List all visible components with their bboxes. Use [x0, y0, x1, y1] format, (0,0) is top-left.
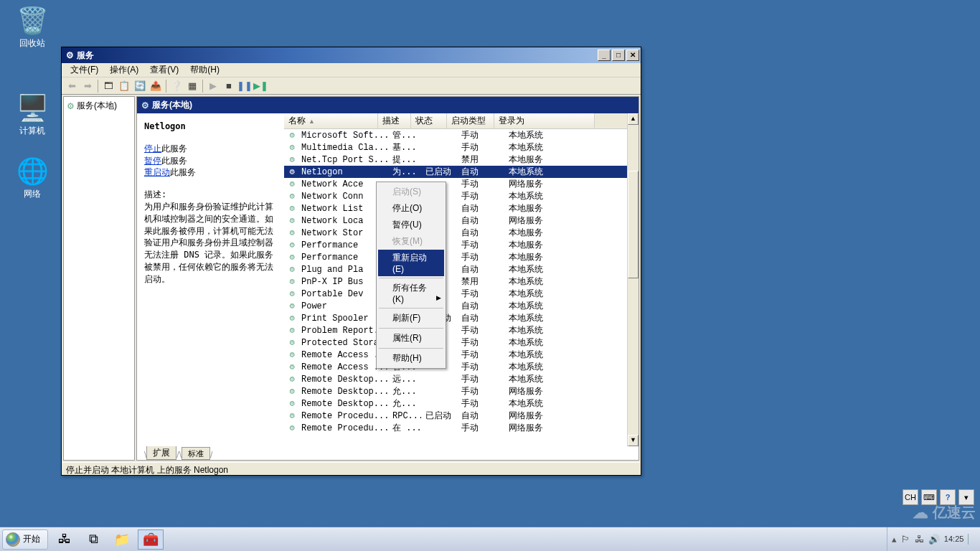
service-row[interactable]: ⚙Remote Desktop...允...手动网络服务	[284, 385, 639, 397]
help-toolbar-button[interactable]: ❔	[169, 79, 184, 93]
service-row[interactable]: ⚙Remote Procedu...在 ...手动网络服务	[284, 422, 639, 434]
restart-service-link[interactable]: 重启动	[144, 167, 170, 177]
cell-name: Problem Report...	[297, 326, 388, 336]
service-row[interactable]: ⚙Network Loca动自动网络服务	[284, 215, 639, 227]
service-row[interactable]: ⚙Net.Tcp Port S...提...禁用本地服务	[284, 154, 639, 166]
col-header-desc[interactable]: 描述	[378, 113, 411, 128]
service-row[interactable]: ⚙Network Conn动手动本地系统	[284, 190, 639, 202]
col-header-status[interactable]: 状态	[411, 113, 447, 128]
service-row[interactable]: ⚙Remote Access ...无...手动本地系统	[284, 349, 639, 361]
stop-service-button[interactable]: ■	[222, 79, 236, 93]
service-row[interactable]: ⚙Power动自动本地系统	[284, 300, 639, 312]
show-desktop-button[interactable]	[968, 534, 976, 545]
close-button[interactable]: ✕	[626, 50, 639, 61]
menu-item-restart[interactable]: 重新启动(E)	[378, 250, 444, 276]
menu-item-properties[interactable]: 属性(R)	[378, 330, 444, 347]
desktop-icon-network[interactable]: 🌐 网络	[7, 156, 57, 200]
tree-root-item[interactable]: ⚙ 服务(本地)	[67, 100, 131, 112]
service-row[interactable]: ⚙Network Acce手动网络服务	[284, 178, 639, 190]
ql-explorer[interactable]: 📁	[109, 529, 135, 550]
cell-logon: 本地服务	[504, 154, 576, 166]
ql-server-manager[interactable]: 🖧	[52, 529, 77, 550]
pause-service-button[interactable]: ❚❚	[237, 79, 252, 93]
service-row[interactable]: ⚙Remote Desktop...远...手动本地系统	[284, 373, 639, 385]
gear-icon: ⚙	[287, 179, 297, 189]
show-hide-tree-button[interactable]: 🗔	[101, 79, 116, 93]
desktop-icon-computer[interactable]: 🖥️ 计算机	[7, 93, 57, 137]
cell-logon: 本地服务	[504, 239, 576, 251]
cell-desc: 在 ...	[388, 422, 421, 434]
tab-extended[interactable]: 扩展	[146, 446, 176, 460]
desktop-icon-recycle[interactable]: 🗑️ 回收站	[7, 6, 57, 50]
service-row[interactable]: ⚙Network Stor动自动本地服务	[284, 227, 639, 239]
services-window: ⚙ 服务 _ □ ✕ 文件(F) 操作(A) 查看(V) 帮助(H) ⬅ ➡ 🗔…	[61, 47, 641, 476]
gear-icon: ⚙	[287, 240, 297, 250]
cell-name: Netlogon	[297, 167, 388, 177]
cell-name: Network Acce	[297, 179, 388, 189]
cell-logon: 本地服务	[504, 202, 576, 215]
titlebar[interactable]: ⚙ 服务 _ □ ✕	[62, 47, 641, 63]
cell-name: Plug and Pla	[297, 265, 388, 275]
tray-network-icon[interactable]: 🖧	[915, 534, 924, 545]
stop-service-link[interactable]: 停止	[144, 143, 161, 154]
service-row[interactable]: ⚙Microsoft Soft...管...手动本地系统	[284, 129, 639, 141]
menu-item-pause[interactable]: 暂停(U)	[378, 217, 444, 233]
menu-item-help[interactable]: 帮助(H)	[378, 350, 444, 367]
scroll-up-button[interactable]: ▲	[628, 113, 639, 125]
tray-expand-icon[interactable]: ▴	[892, 534, 897, 545]
service-row[interactable]: ⚙Netlogon为...已启动自动本地系统	[284, 166, 639, 178]
taskbar-item-services[interactable]: 🧰	[138, 529, 164, 550]
scroll-down-button[interactable]: ▼	[628, 435, 639, 446]
tray-clock[interactable]: 14:25	[944, 534, 964, 543]
service-row[interactable]: ⚙Print Spooler将...已启动自动本地系统	[284, 312, 639, 324]
menu-view[interactable]: 查看(V)	[144, 62, 184, 77]
service-row[interactable]: ⚙Remote Desktop...允...手动本地系统	[284, 397, 639, 410]
gear-icon: ⚙	[141, 100, 149, 110]
col-header-logon[interactable]: 登录为	[494, 113, 595, 128]
menu-item-all-tasks[interactable]: 所有任务(K)	[378, 280, 444, 306]
menu-help[interactable]: 帮助(H)	[184, 62, 225, 77]
cell-logon: 本地系统	[504, 373, 576, 385]
service-row[interactable]: ⚙Problem Report...此...手动本地系统	[284, 324, 639, 336]
cell-start: 禁用	[457, 154, 504, 166]
service-row[interactable]: ⚙PnP-X IP Bus禁用本地系统	[284, 276, 639, 288]
start-button[interactable]: 开始	[2, 529, 48, 550]
service-row[interactable]: ⚙Multimedia Cla...基...手动本地系统	[284, 141, 639, 154]
menu-item-refresh[interactable]: 刷新(F)	[378, 310, 444, 326]
service-row[interactable]: ⚙Portable Dev手动本地系统	[284, 288, 639, 300]
menu-action[interactable]: 操作(A)	[104, 62, 144, 77]
scroll-thumb[interactable]	[628, 171, 639, 278]
properties-toolbar-button[interactable]: 📋	[117, 79, 131, 93]
properties-button-2[interactable]: ▦	[185, 79, 199, 93]
cell-start: 手动	[457, 141, 504, 154]
minimize-button[interactable]: _	[598, 50, 611, 61]
menu-item-stop[interactable]: 停止(O)	[378, 200, 444, 217]
tree-root-label: 服务(本地)	[77, 100, 117, 112]
menu-file[interactable]: 文件(F)	[65, 62, 104, 77]
cell-logon: 本地系统	[504, 129, 576, 141]
col-header-name[interactable]: 名称 ▲	[284, 113, 378, 128]
refresh-toolbar-button[interactable]: 🔄	[133, 79, 147, 93]
menu-item-start: 启动(S)	[378, 184, 444, 200]
tab-standard[interactable]: 标准	[182, 447, 210, 460]
service-row[interactable]: ⚙Performance 手动本地服务	[284, 239, 639, 251]
cell-start: 自动	[457, 263, 504, 276]
vertical-scrollbar[interactable]: ▲ ▼	[627, 113, 639, 446]
tray-flag-icon[interactable]: 🏳	[901, 534, 910, 545]
service-row[interactable]: ⚙Remote Access ...管...手动本地系统	[284, 361, 639, 373]
gear-icon: ⚙	[287, 154, 297, 165]
tray-volume-icon[interactable]: 🔊	[928, 534, 940, 545]
service-row[interactable]: ⚙Performance 手动本地服务	[284, 251, 639, 263]
service-row[interactable]: ⚙Plug and Pla动自动本地系统	[284, 263, 639, 276]
service-row[interactable]: ⚙Remote Procedu...RPC...已启动自动网络服务	[284, 410, 639, 422]
cell-start: 自动	[457, 215, 504, 227]
pause-service-link[interactable]: 暂停	[144, 156, 161, 166]
window-title: 服务	[77, 50, 94, 62]
export-button[interactable]: 📤	[149, 79, 163, 93]
maximize-button[interactable]: □	[612, 50, 625, 61]
service-row[interactable]: ⚙Network List动自动本地服务	[284, 202, 639, 215]
col-header-start[interactable]: 启动类型	[447, 113, 494, 128]
ql-powershell[interactable]: ⧉	[80, 529, 106, 550]
service-row[interactable]: ⚙Protected Storage为...手动本地系统	[284, 336, 639, 349]
restart-service-button[interactable]: ▶❚	[253, 79, 268, 93]
